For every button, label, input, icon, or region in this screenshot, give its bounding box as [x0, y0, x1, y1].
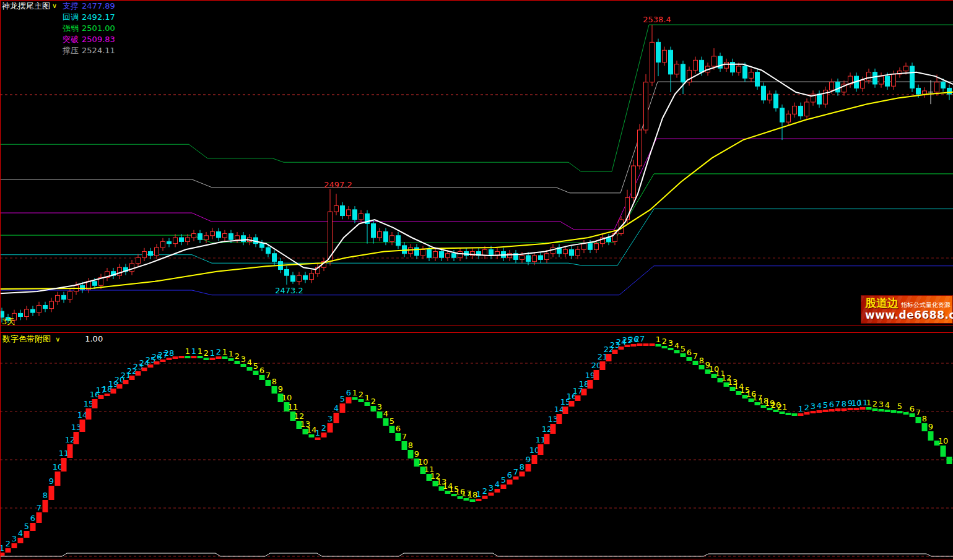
indicator-value: 2492.17: [82, 12, 115, 22]
candle-body: [737, 66, 741, 72]
digit-count-label: 28: [164, 348, 175, 358]
digit-band-bar: [383, 418, 389, 426]
candle-body: [539, 256, 543, 259]
ma-line-white: [0, 64, 953, 293]
candle-body: [458, 252, 463, 258]
indicator-value: 2477.89: [82, 1, 115, 11]
band-line-dingbu-top: [0, 25, 953, 171]
digit-band-bar: [470, 499, 476, 502]
digit-count-label: 5: [823, 400, 828, 410]
candle-body: [50, 301, 54, 309]
digit-count-label: 1: [315, 428, 320, 437]
digit-count-label: 4: [247, 358, 252, 367]
digit-band-bar: [662, 346, 668, 348]
candle-body: [675, 64, 679, 74]
digit-band-bar: [198, 356, 203, 358]
digit-count-label: 8: [842, 399, 846, 408]
candle-body: [873, 72, 877, 84]
digit-count-label: 4: [18, 528, 23, 538]
digit-band-bar: [885, 410, 890, 412]
digit-band-bar: [222, 356, 228, 359]
digit-band-bar: [191, 356, 197, 358]
candle-body: [632, 166, 636, 198]
digit-band-bar: [681, 353, 686, 357]
digit-band-bar: [185, 356, 191, 358]
digit-count-label: 3: [879, 400, 884, 409]
digit-band-bar: [891, 410, 897, 413]
digit-count-label: 1: [185, 347, 190, 356]
candle-body: [180, 238, 184, 241]
digit-band-bar: [854, 408, 859, 410]
candle-body: [656, 42, 661, 62]
digit-band-bar: [786, 413, 791, 415]
digit-band-bar: [625, 345, 630, 347]
digit-band-bar: [266, 380, 271, 386]
digit-count-label: 5: [24, 522, 29, 531]
digit-band-bar: [656, 344, 661, 347]
candle-body: [37, 305, 41, 312]
digit-band-bar: [111, 389, 116, 394]
digit-band-bar: [12, 543, 17, 548]
digit-band-bar: [575, 395, 581, 401]
candle-body: [935, 82, 939, 92]
digit-band-bar: [928, 431, 934, 441]
digit-count-label: 2: [235, 351, 240, 361]
digit-count-label: 5: [389, 416, 394, 426]
digit-count-label: 8: [272, 377, 277, 386]
digit-band-bar: [476, 499, 482, 501]
candle-body: [638, 130, 642, 166]
digit-band-bar: [798, 413, 804, 416]
main-indicator-title: 神龙摆尾主图: [2, 1, 50, 12]
digit-band-bar: [259, 375, 265, 380]
candle-body: [229, 234, 233, 240]
digit-band-bar: [396, 433, 401, 441]
candle-body: [149, 252, 153, 256]
digit-band-bar: [872, 408, 878, 411]
band-line-tupo-magenta: [0, 139, 953, 230]
digit-count-label: 1: [866, 398, 871, 407]
candle-body: [359, 213, 363, 220]
candle-body: [780, 108, 785, 123]
digit-count-label: 1: [476, 489, 481, 499]
digit-band-bar: [371, 406, 376, 411]
digit-band-bar: [328, 423, 333, 433]
digit-band-bar: [148, 364, 154, 368]
digit-count-label: 1: [0, 543, 4, 553]
candle-body: [545, 254, 549, 260]
digit-band-bar: [235, 361, 240, 364]
digit-band-bar: [619, 347, 624, 350]
digit-band-bar: [581, 389, 587, 395]
digit-band-bar: [309, 434, 315, 437]
digit-band-bar: [897, 411, 903, 413]
candle-body: [43, 305, 48, 308]
digit-band-bar: [6, 548, 11, 553]
digit-band-bar: [241, 364, 246, 367]
candle-body: [433, 252, 438, 258]
candle-body: [892, 74, 896, 86]
candle-body: [533, 256, 537, 262]
digit-band-bar: [557, 414, 562, 424]
digit-band-bar: [30, 523, 36, 531]
digit-count-label: 7: [266, 371, 271, 380]
watermark-tagline: 指标公式量化资源: [901, 301, 951, 309]
candle-body: [526, 256, 531, 262]
digit-band-bar: [37, 512, 42, 523]
digit-band-bar: [507, 480, 513, 485]
candle-body: [743, 66, 747, 78]
digit-count-label: 1: [210, 348, 215, 358]
digit-band-bar: [811, 411, 816, 413]
digit-band-bar: [569, 401, 575, 407]
sub-indicator-selector[interactable]: 数字色带附图 ∨: [2, 334, 60, 345]
digit-band-bar: [136, 371, 141, 376]
candle-body: [570, 249, 574, 256]
candle-body: [347, 210, 351, 216]
candle-body: [303, 275, 308, 279]
digit-band-bar: [365, 402, 370, 406]
sub-baseline: [0, 553, 953, 556]
chart-canvas[interactable]: 2538.42497.22473.21234567891011121314151…: [0, 0, 953, 560]
candle-body: [19, 313, 23, 316]
main-indicator-selector[interactable]: 神龙摆尾主图 ∨: [2, 1, 57, 12]
candle-body: [904, 66, 908, 71]
digit-band-bar: [92, 399, 98, 408]
indicator-item-5: 回调2492.17: [63, 12, 131, 23]
